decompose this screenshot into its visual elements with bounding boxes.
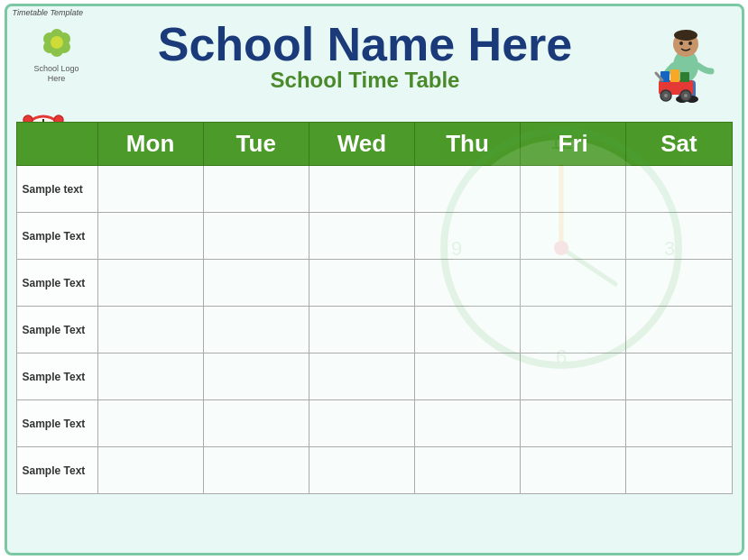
cell-wed-0[interactable] <box>309 166 414 213</box>
cell-fri-0[interactable] <box>521 166 626 213</box>
header-sat: Sat <box>626 123 732 166</box>
svg-point-9 <box>674 30 697 41</box>
cell-tue-6[interactable] <box>203 447 309 494</box>
header-mon: Mon <box>97 123 203 166</box>
cell-wed-3[interactable] <box>309 307 414 353</box>
table-row: Sample Text <box>16 400 732 447</box>
page-container: Timetable Template School LogoHere Schoo… <box>5 4 744 555</box>
svg-point-6 <box>51 36 63 49</box>
header-tue: Tue <box>203 123 309 166</box>
timetable-wrapper: 12 3 6 9 Mon Tue Wed Thu Fri Sat <box>7 122 742 500</box>
cell-wed-6[interactable] <box>309 447 414 494</box>
time-col-header <box>16 123 97 166</box>
cell-tue-1[interactable] <box>203 213 309 260</box>
cell-thu-0[interactable] <box>414 166 520 213</box>
day-header-row: Mon Tue Wed Thu Fri Sat <box>16 123 732 166</box>
cell-sat-0[interactable] <box>626 166 732 213</box>
cell-fri-1[interactable] <box>521 213 626 260</box>
template-label: Timetable Template <box>7 6 742 19</box>
time-cell[interactable]: Sample Text <box>16 260 97 307</box>
time-cell[interactable]: Sample Text <box>16 307 97 353</box>
time-cell[interactable]: Sample text <box>16 166 97 213</box>
cell-thu-1[interactable] <box>414 213 520 260</box>
cell-mon-3[interactable] <box>97 307 203 353</box>
cell-mon-5[interactable] <box>97 400 203 447</box>
svg-point-10 <box>679 41 683 45</box>
cell-thu-2[interactable] <box>414 260 520 307</box>
cell-tue-3[interactable] <box>203 307 309 353</box>
kid-illustration-area <box>633 19 733 122</box>
cell-thu-5[interactable] <box>414 400 520 447</box>
svg-point-23 <box>684 94 688 97</box>
cell-sat-4[interactable] <box>626 353 732 400</box>
logo-label: School LogoHere <box>33 64 78 84</box>
time-cell[interactable]: Sample Text <box>16 213 97 260</box>
time-cell[interactable]: Sample Text <box>16 353 97 400</box>
school-name: School Name Here <box>97 21 633 68</box>
cell-sat-3[interactable] <box>626 307 732 353</box>
cell-fri-6[interactable] <box>521 447 626 494</box>
table-row: Sample Text <box>16 307 732 353</box>
cell-fri-2[interactable] <box>521 260 626 307</box>
cell-sat-2[interactable] <box>626 260 732 307</box>
cell-wed-1[interactable] <box>309 213 414 260</box>
cell-sat-6[interactable] <box>626 447 732 494</box>
cell-wed-5[interactable] <box>309 400 414 447</box>
header-area: School LogoHere School Name Here School … <box>7 19 742 122</box>
time-cell[interactable]: Sample Text <box>16 400 97 447</box>
timetable: Mon Tue Wed Thu Fri Sat Sample textSampl… <box>16 122 733 494</box>
subtitle: School Time Table <box>97 68 633 93</box>
table-row: Sample Text <box>16 353 732 400</box>
cell-tue-4[interactable] <box>203 353 309 400</box>
svg-rect-18 <box>670 69 679 82</box>
cell-mon-1[interactable] <box>97 213 203 260</box>
header-fri: Fri <box>521 123 626 166</box>
table-row: Sample Text <box>16 213 732 260</box>
cell-tue-0[interactable] <box>203 166 309 213</box>
svg-point-22 <box>664 94 668 97</box>
cell-mon-2[interactable] <box>97 260 203 307</box>
cell-mon-6[interactable] <box>97 447 203 494</box>
cell-thu-4[interactable] <box>414 353 520 400</box>
cell-wed-2[interactable] <box>309 260 414 307</box>
title-center: School Name Here School Time Table <box>97 19 633 93</box>
svg-point-11 <box>688 41 692 45</box>
svg-rect-19 <box>680 72 689 82</box>
cell-mon-4[interactable] <box>97 353 203 400</box>
time-cell[interactable]: Sample Text <box>16 447 97 494</box>
cell-thu-3[interactable] <box>414 307 520 353</box>
kid-icon <box>633 19 733 118</box>
header-thu: Thu <box>414 123 520 166</box>
cell-sat-1[interactable] <box>626 213 732 260</box>
cell-mon-0[interactable] <box>97 166 203 213</box>
table-row: Sample Text <box>16 260 732 307</box>
cell-wed-4[interactable] <box>309 353 414 400</box>
cell-tue-5[interactable] <box>203 400 309 447</box>
table-row: Sample text <box>16 166 732 213</box>
cell-fri-5[interactable] <box>521 400 626 447</box>
cell-fri-4[interactable] <box>521 353 626 400</box>
cell-thu-6[interactable] <box>414 447 520 494</box>
logo-area: School LogoHere <box>16 23 97 84</box>
header-wed: Wed <box>309 123 414 166</box>
flower-logo-icon <box>37 23 77 62</box>
cell-fri-3[interactable] <box>521 307 626 353</box>
table-row: Sample Text <box>16 447 732 494</box>
cell-sat-5[interactable] <box>626 400 732 447</box>
cell-tue-2[interactable] <box>203 260 309 307</box>
